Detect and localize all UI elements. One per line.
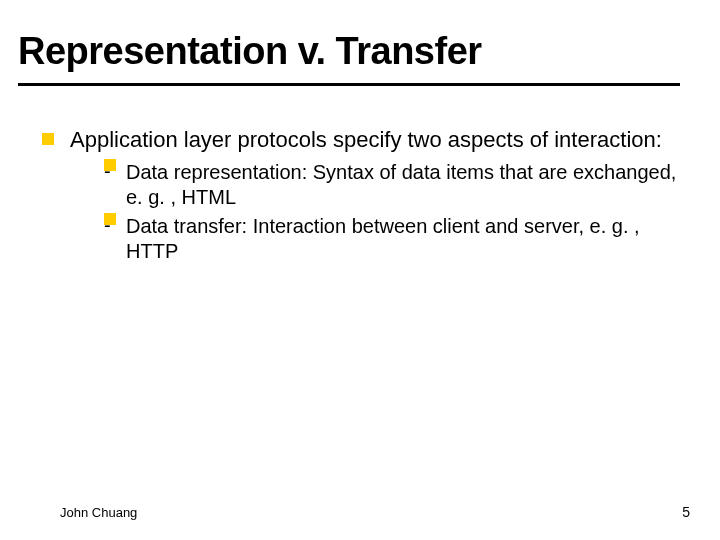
bullet-item: Application layer protocols specify two … [40, 126, 690, 264]
page-number: 5 [682, 504, 690, 520]
sub-bullet-text: Data representation: Syntax of data item… [126, 161, 676, 208]
bullet-list-level2: - Data representation: Syntax of data it… [100, 160, 690, 264]
sub-bullet-item: - Data representation: Syntax of data it… [100, 160, 690, 210]
dash-bullet-icon: - [104, 213, 116, 225]
bullet-text: Application layer protocols specify two … [70, 127, 662, 152]
title-underline: Representation v. Transfer [18, 30, 680, 86]
slide-body: Application layer protocols specify two … [18, 126, 690, 264]
dash-bullet-icon: - [104, 159, 116, 171]
sub-bullet-item: - Data transfer: Interaction between cli… [100, 214, 690, 264]
square-bullet-icon [42, 133, 54, 145]
bullet-list-level1: Application layer protocols specify two … [40, 126, 690, 264]
slide-title: Representation v. Transfer [18, 30, 680, 73]
footer-author: John Chuang [60, 505, 137, 520]
sub-bullet-text: Data transfer: Interaction between clien… [126, 215, 640, 262]
slide: Representation v. Transfer Application l… [0, 0, 720, 540]
